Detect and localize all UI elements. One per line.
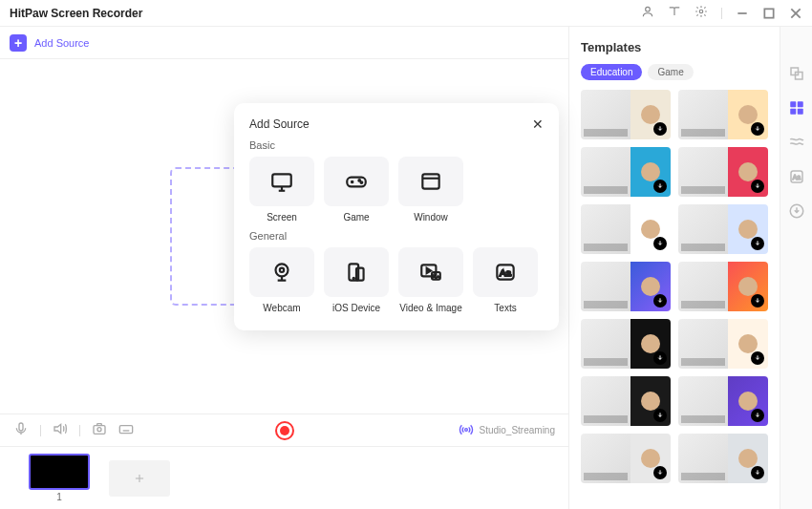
- source-ios[interactable]: iOS Device: [324, 247, 389, 313]
- template-item[interactable]: [581, 376, 671, 426]
- gamepad-icon: [324, 157, 389, 206]
- camera-icon[interactable]: [92, 421, 107, 439]
- source-window[interactable]: Window: [398, 157, 463, 223]
- ios-icon: [324, 247, 389, 297]
- template-item[interactable]: [581, 90, 671, 139]
- template-item[interactable]: [678, 376, 768, 426]
- svg-point-33: [353, 278, 354, 279]
- svg-rect-27: [422, 174, 438, 188]
- scenes-row: 1: [0, 446, 568, 509]
- svg-point-29: [276, 264, 288, 276]
- svg-rect-3: [764, 9, 773, 17]
- toolbar-bottom-center: [275, 421, 294, 440]
- download-icon[interactable]: [653, 237, 667, 250]
- templates-panel: Templates Education Game: [569, 27, 780, 509]
- record-button[interactable]: [275, 421, 294, 440]
- book-icon[interactable]: [668, 5, 681, 21]
- download-icon[interactable]: [653, 294, 667, 308]
- gear-icon[interactable]: [694, 5, 708, 21]
- window-icon: [398, 157, 463, 206]
- main: + Add Source A Studio_Streaming: [0, 27, 812, 509]
- titlebar-right: [641, 5, 802, 21]
- divider: [721, 8, 722, 19]
- download-icon[interactable]: [653, 466, 667, 479]
- modal-close-button[interactable]: ✕: [532, 117, 544, 132]
- scene-thumb[interactable]: [29, 454, 90, 490]
- download-icon[interactable]: [751, 466, 764, 479]
- add-source-label[interactable]: Add Source: [34, 37, 89, 49]
- toolbar-top: + Add Source: [0, 27, 568, 59]
- filter-game[interactable]: Game: [648, 64, 693, 80]
- source-webcam[interactable]: Webcam: [249, 247, 314, 313]
- svg-rect-8: [94, 426, 105, 435]
- svg-text:Aa: Aa: [792, 174, 801, 180]
- stream-label[interactable]: Studio_Streaming: [480, 425, 556, 435]
- general-sources: Webcam iOS Device Video & Image Aa Texts: [249, 247, 544, 313]
- source-screen[interactable]: Screen: [249, 157, 314, 223]
- titlebar: HitPaw Screen Recorder: [0, 0, 812, 27]
- template-item[interactable]: [678, 319, 768, 369]
- template-item[interactable]: [581, 262, 671, 311]
- template-item[interactable]: [678, 90, 768, 139]
- download-icon[interactable]: [653, 180, 667, 193]
- plus-icon[interactable]: [109, 460, 170, 497]
- right-sidebar: Aa: [780, 27, 812, 509]
- template-item[interactable]: [581, 434, 671, 483]
- download-icon[interactable]: [751, 351, 764, 365]
- source-media[interactable]: Video & Image: [398, 247, 463, 313]
- toolbar-bottom-left: [13, 421, 134, 439]
- source-game[interactable]: Game: [324, 157, 389, 223]
- download-icon[interactable]: [751, 294, 764, 308]
- template-item[interactable]: [678, 147, 768, 197]
- close-button[interactable]: [789, 7, 802, 20]
- svg-rect-42: [790, 101, 796, 107]
- svg-point-25: [358, 180, 360, 181]
- add-source-button[interactable]: +: [10, 34, 27, 52]
- media-icon: [398, 247, 463, 297]
- svg-point-30: [280, 268, 284, 272]
- template-item[interactable]: [678, 434, 768, 483]
- download-icon[interactable]: [653, 351, 667, 365]
- svg-rect-44: [790, 109, 796, 115]
- template-item[interactable]: [581, 204, 671, 254]
- keyboard-icon[interactable]: [118, 421, 134, 439]
- download-icon[interactable]: [751, 237, 764, 250]
- mic-icon[interactable]: [13, 421, 29, 439]
- svg-point-26: [361, 181, 363, 183]
- download-icon[interactable]: [751, 122, 764, 136]
- filter-education[interactable]: Education: [581, 64, 642, 80]
- tool-templates-icon[interactable]: [788, 99, 805, 117]
- template-item[interactable]: [678, 262, 768, 311]
- minimize-button[interactable]: [736, 7, 749, 20]
- webcam-icon: [249, 247, 314, 297]
- svg-point-1: [699, 10, 703, 13]
- svg-point-0: [646, 7, 651, 11]
- templates-title: Templates: [581, 40, 768, 54]
- tool-layers-icon[interactable]: [788, 65, 805, 82]
- speaker-icon[interactable]: [53, 421, 68, 439]
- scene-add[interactable]: [109, 460, 170, 497]
- maximize-button[interactable]: [762, 7, 776, 20]
- template-item[interactable]: [581, 319, 671, 369]
- tool-download-icon[interactable]: [788, 202, 805, 220]
- download-icon[interactable]: [751, 409, 764, 422]
- account-icon[interactable]: [641, 5, 654, 21]
- basic-label: Basic: [249, 139, 544, 151]
- template-item[interactable]: [678, 204, 768, 254]
- download-icon[interactable]: [653, 122, 667, 136]
- source-texts[interactable]: Aa Texts: [473, 247, 538, 313]
- download-icon[interactable]: [751, 180, 764, 193]
- svg-marker-7: [54, 424, 61, 433]
- template-item[interactable]: [581, 147, 671, 197]
- tool-effects-icon[interactable]: [788, 134, 805, 151]
- svg-text:Aa: Aa: [500, 267, 512, 278]
- stream-icon[interactable]: [459, 422, 474, 439]
- template-filters: Education Game: [581, 64, 768, 80]
- modal-title: Add Source: [249, 117, 310, 131]
- app-title: HitPaw Screen Recorder: [10, 7, 142, 20]
- scene-1[interactable]: 1: [29, 454, 90, 502]
- svg-rect-43: [797, 101, 802, 107]
- download-icon[interactable]: [653, 409, 667, 422]
- add-source-modal: Add Source ✕ Basic Screen Game Window Ge…: [234, 103, 559, 330]
- tool-text-icon[interactable]: Aa: [788, 168, 805, 185]
